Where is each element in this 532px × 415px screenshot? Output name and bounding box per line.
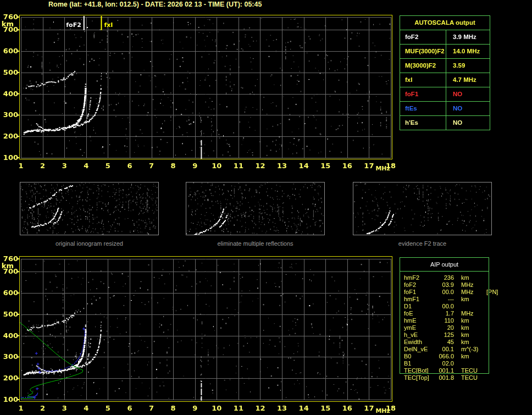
aip-row-foF2: foF203.9MHz — [400, 281, 489, 289]
aip-row-hmF2: hmF2236km — [400, 274, 489, 281]
param-label: B0 — [404, 353, 435, 360]
param-value: 110 — [435, 317, 454, 324]
param-value: 02.0 — [435, 360, 454, 367]
autoscala-screen: Rome (lat: +41.8, lon: 012.5) - DATE: 20… — [0, 0, 532, 415]
param-value: 00.0 — [435, 289, 454, 296]
param-unit: TECU — [461, 367, 486, 374]
param-label: TEC[Bot] — [404, 367, 435, 374]
aip-row-h_vE: h_vE125km — [400, 331, 489, 339]
param-label: MUF(3000)F2 — [400, 45, 446, 58]
table-row-hEs: h'Es NO — [400, 116, 490, 130]
param-label: foF2 — [400, 30, 446, 44]
param-note — [486, 296, 489, 303]
param-label: TEC[Top] — [404, 374, 435, 381]
param-label: Ewidth — [404, 339, 435, 346]
param-label: h_vE — [404, 331, 435, 339]
aip-row-hmF1: hmF1---km — [400, 296, 489, 303]
station-title: Rome (lat: +41.8, lon: 012.5) - DATE: 20… — [48, 1, 262, 8]
param-value: --- — [435, 296, 454, 303]
aip-row-hmE: hmE110km — [400, 317, 489, 324]
param-label: ftEs — [400, 102, 446, 115]
param-unit: MHz — [461, 281, 486, 289]
aip-table-title: AIP output — [400, 257, 489, 271]
panel-original-ionogram — [20, 182, 159, 235]
param-note — [486, 317, 489, 324]
param-label: hmF1 — [404, 296, 435, 303]
aip-output-table: AIP output hmF2236kmfoF203.9MHzfoF100.0M… — [400, 257, 489, 381]
param-value: NO — [446, 116, 490, 130]
param-note — [486, 274, 489, 281]
aip-row-ymE: ymE20km — [400, 324, 489, 331]
param-value: 45 — [435, 339, 454, 346]
param-value: 1.7 — [435, 310, 454, 317]
param-note — [486, 331, 489, 339]
aip-row-B1: B102.0 — [400, 360, 489, 367]
table-row-foF2: foF2 3.9 MHz — [400, 30, 490, 45]
param-label: B1 — [404, 360, 435, 367]
param-value: 03.9 — [435, 281, 454, 289]
table-row-fxI: fxI 4.7 MHz — [400, 73, 490, 87]
aip-row-foF1: foF100.0MHz[PN] — [400, 289, 489, 296]
param-note — [486, 339, 489, 346]
param-value: 001.8 — [435, 374, 454, 381]
param-value: 20 — [435, 324, 454, 331]
param-unit — [461, 360, 486, 367]
aip-row-D1: D100.0 — [400, 303, 489, 310]
param-note — [486, 360, 489, 367]
param-label: foF1 — [404, 289, 435, 296]
param-unit: km — [461, 317, 486, 324]
param-value: 236 — [435, 274, 454, 281]
param-unit: MHz — [461, 289, 486, 296]
panel-caption-eliminate: eliminate multiple reflections — [186, 240, 325, 247]
param-note — [486, 281, 489, 289]
param-value: 00.1 — [435, 346, 454, 353]
top-ionogram-plot — [0, 8, 401, 173]
param-note — [486, 303, 489, 310]
param-label: foF2 — [404, 281, 435, 289]
bottom-ionogram-plot — [0, 250, 401, 415]
param-label: M(3000)F2 — [400, 59, 446, 73]
aip-row-TEC[Bot]: TEC[Bot]001.1TECU — [400, 367, 489, 374]
autoscala-output-table: AUTOSCALA output foF2 3.9 MHz MUF(3000)F… — [400, 15, 490, 130]
panel-caption-original: original ionogram resized — [20, 240, 159, 247]
param-note: [PN] — [486, 289, 498, 296]
param-unit: km — [461, 324, 486, 331]
param-unit: km — [461, 339, 486, 346]
param-label: D1 — [404, 303, 435, 310]
param-label: fxI — [400, 73, 446, 87]
param-unit: km — [461, 296, 486, 303]
param-value: NO — [446, 87, 490, 101]
aip-row-foE: foE1.7MHz — [400, 310, 489, 317]
param-value: 14.0 MHz — [446, 45, 490, 58]
param-label: hmE — [404, 317, 435, 324]
param-note — [486, 353, 489, 360]
param-note — [486, 346, 489, 353]
autoscala-table-title: AUTOSCALA output — [400, 16, 490, 30]
aip-rows: hmF2236kmfoF203.9MHzfoF100.0MHz[PN]hmF1-… — [400, 271, 489, 381]
param-unit: TECU — [461, 374, 486, 381]
param-value: NO — [446, 102, 490, 115]
table-row-m3000: M(3000)F2 3.59 — [400, 59, 490, 73]
param-value: 4.7 MHz — [446, 73, 490, 87]
param-unit: km — [461, 274, 486, 281]
panel-eliminate-reflections — [186, 182, 325, 235]
param-unit — [461, 303, 486, 310]
param-value: 125 — [435, 331, 454, 339]
param-value: 001.1 — [435, 367, 454, 374]
param-note — [486, 367, 489, 374]
param-unit: km — [461, 331, 486, 339]
aip-row-Ewidth: Ewidth45km — [400, 339, 489, 346]
param-unit: MHz — [461, 310, 486, 317]
table-row-ftEs: ftEs NO — [400, 102, 490, 116]
param-label: DelN_vE — [404, 346, 435, 353]
param-unit: m^(-3) — [461, 346, 486, 353]
param-label: hmF2 — [404, 274, 435, 281]
param-value: 3.59 — [446, 59, 490, 73]
panel-caption-evidence: evidence F2 trace — [353, 240, 492, 247]
param-label: foF1 — [400, 87, 446, 101]
panel-evidence-f2 — [353, 182, 492, 235]
table-row-foF1: foF1 NO — [400, 87, 490, 102]
param-note — [486, 310, 489, 317]
param-label: h'Es — [400, 116, 446, 130]
param-unit: km — [461, 353, 486, 360]
